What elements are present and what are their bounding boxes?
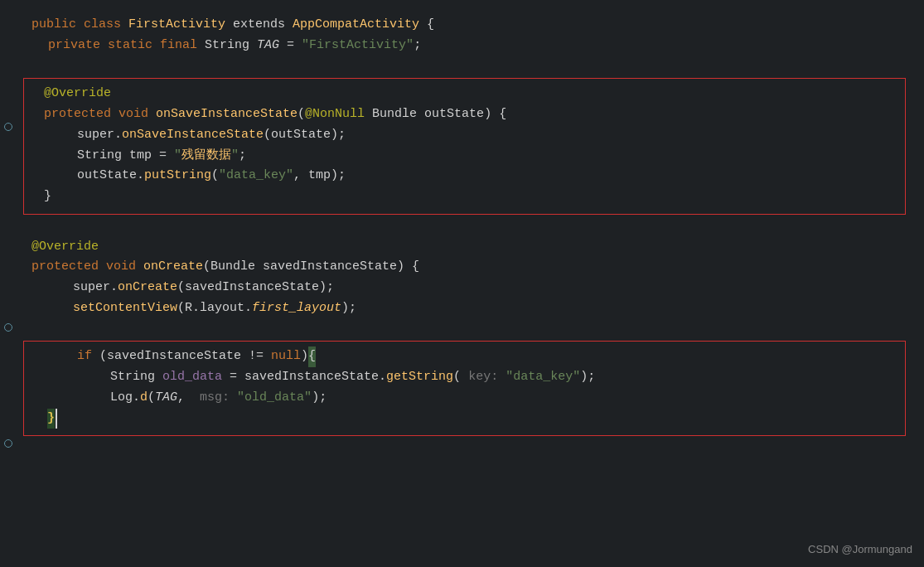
code-line-empty3 (23, 319, 914, 340)
code-body-2c: if (savedInstanceState != null){ (36, 346, 893, 367)
code-line-1: public class FirstActivity extends AppCo… (23, 15, 914, 36)
code-line-empty1 (23, 56, 914, 77)
watermark: CSDN @Jormungand (808, 541, 912, 559)
code-close-2: } (36, 409, 893, 429)
code-body-2e: Log.d(TAG, msg: "old_data"); (36, 388, 893, 409)
code-body-2a: super.onCreate(savedInstanceState); (23, 278, 914, 298)
red-box-2: if (savedInstanceState != null){ String … (23, 341, 906, 436)
method-sig-1: protected void onSaveInstanceState(@NonN… (36, 104, 893, 125)
red-box-1: @Override protected void onSaveInstanceS… (23, 78, 906, 215)
code-line-2: private static final String TAG = "First… (23, 36, 914, 56)
code-body-2b: setContentView(R.layout.first_layout); (23, 298, 914, 319)
code-body-1a: super.onSaveInstanceState(outState); (36, 125, 893, 146)
code-line-empty2 (23, 216, 914, 237)
code-close-1: } (36, 187, 893, 207)
annotation-override-1: @Override (36, 84, 893, 104)
annotation-override-2: @Override (23, 237, 914, 258)
code-body-1c: outState.putString("data_key", tmp); (36, 166, 893, 187)
code-body-2d: String old_data = savedInstanceState.get… (36, 367, 893, 388)
method-sig-2: protected void onCreate(Bundle savedInst… (23, 257, 914, 278)
code-body-1b: String tmp = "残留数据"; (36, 146, 893, 167)
